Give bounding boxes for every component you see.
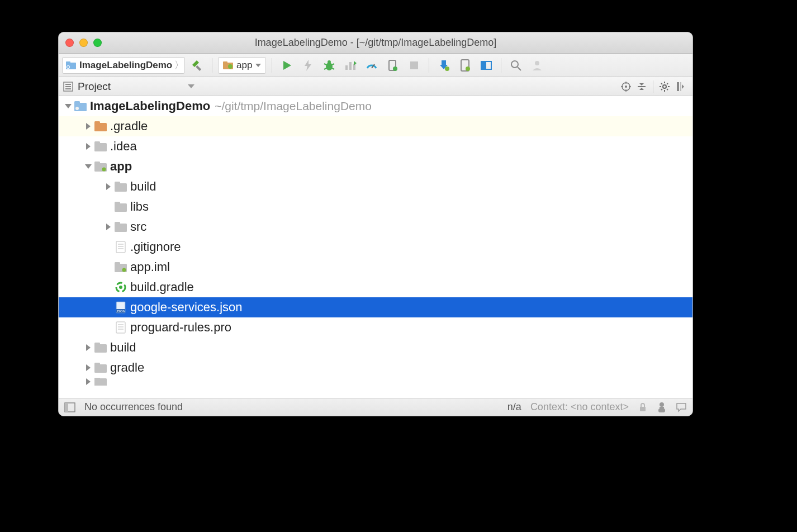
svg-line-18 [324,68,326,69]
lock-icon[interactable] [638,402,648,412]
svg-rect-34 [481,61,486,69]
svg-rect-65 [74,101,80,104]
android-module-icon [223,61,233,69]
svg-point-88 [119,286,122,289]
toolbar-separator [212,58,212,73]
tree-item-idea[interactable]: .idea [59,136,692,156]
tree-label: .idea [110,137,137,156]
tree-item-build-root[interactable]: build [59,338,692,358]
module-folder-icon [94,160,107,173]
tree-item-gradle-root[interactable]: gradle [59,358,692,378]
svg-rect-27 [410,61,418,69]
svg-line-17 [332,64,334,65]
svg-line-36 [518,67,521,70]
main-toolbar: ImageLabelingDemo 〉 a app [59,54,692,77]
debug-button[interactable] [320,56,338,74]
account-button[interactable] [528,56,546,74]
close-window-button[interactable] [65,39,74,47]
svg-point-10 [228,64,233,69]
search-everywhere-button[interactable] [507,56,525,74]
target-icon [621,82,631,92]
minimize-window-button[interactable] [79,39,88,47]
status-window-icon[interactable] [64,402,75,412]
tree-item-gradle-hidden[interactable]: .gradle [59,116,692,136]
gauge-button[interactable] [363,56,381,74]
svg-rect-72 [94,162,100,165]
module-icon [74,100,87,112]
collapse-icon [637,82,647,92]
iml-file-icon [115,261,127,273]
attach-debugger-button[interactable] [384,56,402,74]
zoom-window-button[interactable] [93,39,102,47]
locate-file-button[interactable] [618,79,634,94]
svg-marker-13 [305,60,311,71]
folder-icon [94,341,107,354]
svg-rect-41 [65,88,71,89]
panel-separator [653,80,653,93]
svg-marker-63 [682,84,684,89]
inspector-icon[interactable] [657,402,667,413]
svg-line-59 [661,89,662,90]
tree-item-build-gradle[interactable]: build.gradle [59,277,692,297]
project-tree[interactable]: ImageLabelingDemo ~/git/tmp/ImageLabelin… [59,96,692,398]
svg-text:JSON: JSON [116,310,125,313]
bug-icon [323,59,335,72]
chevron-right-icon: 〉 [174,59,184,72]
view-mode-dropdown[interactable] [188,84,194,88]
svg-marker-51 [639,88,644,90]
folder-icon [94,140,107,153]
tree-root[interactable]: ImageLabelingDemo ~/git/tmp/ImageLabelin… [59,96,692,116]
stop-button[interactable] [405,56,423,74]
tree-item-app[interactable]: app [59,156,692,177]
svg-rect-28 [442,60,446,65]
profile-button[interactable] [341,56,359,74]
gauge-icon [366,59,378,72]
text-file-icon [115,241,127,253]
sync-gradle-button[interactable] [435,56,453,74]
disclosure-right-icon [106,224,111,230]
json-file-icon: JSON [115,301,127,314]
apply-changes-button[interactable] [299,56,317,74]
run-button[interactable] [278,56,296,74]
svg-line-58 [667,89,668,90]
tree-label: build [130,177,156,196]
svg-rect-106 [660,407,664,408]
hide-panel-button[interactable] [672,79,688,94]
folder-icon [115,180,127,193]
settings-gear-button[interactable] [657,79,672,94]
svg-rect-107 [658,408,665,412]
module-icon [66,61,76,69]
tree-label: src [130,217,146,236]
tree-item-app-iml[interactable]: app.iml [59,257,692,277]
svg-point-15 [328,60,331,64]
collapse-all-button[interactable] [634,79,649,94]
lightning-icon [303,60,312,71]
project-view-icon [63,82,73,92]
tree-item-proguard[interactable]: proguard-rules.pro [59,317,692,338]
tree-item-clipped[interactable] [59,378,692,386]
search-icon [510,59,522,72]
build-hammer-button[interactable] [188,56,206,74]
project-panel-header: Project [59,77,692,96]
tree-label: app.iml [130,258,170,277]
disclosure-right-icon [86,344,91,351]
avd-manager-button[interactable] [456,56,474,74]
svg-point-14 [326,63,333,70]
sdk-manager-button[interactable] [477,56,495,74]
nav-breadcrumb[interactable]: ImageLabelingDemo 〉 a [62,57,185,74]
svg-rect-68 [94,121,100,125]
tree-item-app-build[interactable]: build [59,177,692,197]
tree-item-libs[interactable]: libs [59,197,692,217]
hammer-icon [191,59,204,72]
svg-point-32 [466,66,470,71]
run-config-label: app [236,60,252,71]
svg-point-86 [122,268,126,272]
gradle-file-icon [115,281,127,293]
run-config-selector[interactable]: app [218,57,266,74]
tree-item-google-services[interactable]: JSON google-services.json [59,297,692,317]
chat-icon[interactable] [676,402,687,412]
svg-rect-39 [65,84,71,85]
svg-rect-101 [94,378,100,380]
tree-item-gitignore[interactable]: .gitignore [59,237,692,257]
tree-item-src[interactable]: src [59,217,692,237]
